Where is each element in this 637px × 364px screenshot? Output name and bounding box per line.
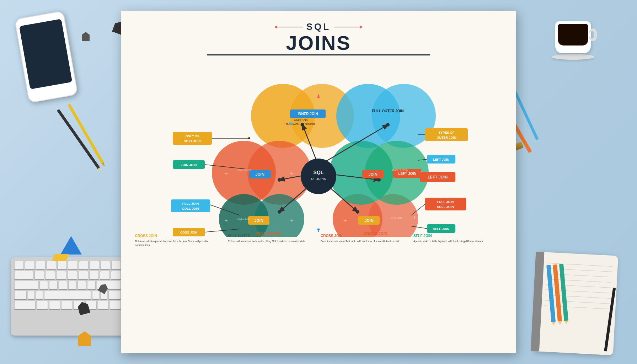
svg-text:COLL JOIN: COLL JOIN: [182, 207, 199, 210]
svg-text:+: +: [413, 214, 416, 220]
svg-point-24: [301, 159, 336, 194]
desk-surface: SQL JOINS: [0, 0, 637, 364]
svg-text:LEFT JOIN: LEFT JOIN: [433, 158, 449, 161]
svg-text:FULL JOIN: FULL JOIN: [182, 202, 199, 205]
bottom-col-1-desc: Returns cartesian product of rows from t…: [135, 240, 224, 247]
key: [45, 271, 55, 279]
svg-text:NUR JOIN: NUR JOIN: [391, 217, 402, 219]
svg-point-23: [356, 210, 359, 214]
svg-text:SOLL JOIN: SOLL JOIN: [437, 205, 454, 209]
cup-handle: [589, 28, 597, 41]
svg-text:OF JOINS: OF JOINS: [311, 177, 326, 181]
svg-text:FULL OUTER: FULL OUTER: [256, 231, 281, 236]
key: [92, 291, 99, 299]
key: [79, 261, 89, 269]
svg-text:SQL: SQL: [314, 170, 324, 175]
bottom-col-4-desc: A join in which a table is joined with i…: [413, 240, 502, 243]
svg-text:OUTER JOIN: OUTER JOIN: [437, 136, 456, 139]
svg-text:ONLY OF: ONLY OF: [185, 134, 199, 138]
key: [111, 271, 121, 279]
key: [87, 281, 96, 289]
joins-diagram: SQL OF JOINS INNER JOIN FULL OUTER JOIN …: [133, 63, 504, 237]
svg-text:FULL OUTER JOIN: FULL OUTER JOIN: [372, 109, 403, 113]
coffee-cup: [552, 21, 594, 64]
svg-text:RIGHT JOIN: RIGHT JOIN: [392, 168, 408, 172]
svg-text:CROSS JOIN: CROSS JOIN: [363, 231, 387, 236]
cup-body: [555, 21, 591, 53]
sql-joins-poster: SQL JOINS: [121, 11, 516, 353]
space-key: [44, 291, 91, 299]
key: [68, 261, 77, 269]
svg-text:LEFT JOiN: LEFT JOiN: [428, 175, 448, 179]
svg-text:+: +: [290, 170, 294, 177]
key: [111, 261, 121, 269]
svg-text:JOIN: JOIN: [364, 218, 374, 223]
svg-text:FULL JOIN: FULL JOIN: [437, 200, 454, 204]
key: [28, 291, 35, 299]
cup-saucer: [552, 54, 594, 60]
svg-point-21: [377, 178, 381, 182]
key: [78, 271, 88, 279]
key: [37, 301, 48, 309]
poster-title: SQL JOINS: [133, 21, 504, 55]
svg-text:COSS JOIN: COSS JOIN: [180, 231, 197, 234]
key: [90, 261, 99, 269]
key: [39, 281, 48, 289]
key: [36, 261, 46, 269]
pencil-dark: [57, 109, 102, 172]
key: [67, 271, 77, 279]
key: [59, 281, 67, 289]
key: [14, 271, 33, 279]
svg-text:LEFT JOIN: LEFT JOIN: [398, 172, 416, 176]
key: [57, 261, 67, 269]
small-binder-clip: [82, 32, 90, 41]
svg-text:+: +: [224, 218, 228, 224]
svg-marker-73: [317, 229, 320, 232]
key: [68, 281, 77, 289]
key: [77, 281, 86, 289]
key: [14, 281, 38, 289]
svg-point-7: [255, 194, 304, 237]
svg-text:+: +: [343, 218, 347, 224]
key: [110, 301, 121, 309]
decorative-3d-shape: [60, 236, 82, 257]
key: [49, 301, 60, 309]
key: [100, 261, 110, 269]
svg-text:+: +: [224, 170, 228, 177]
svg-point-22: [278, 210, 281, 214]
notebook-spiral: [531, 252, 545, 352]
key: [56, 271, 66, 279]
key: [98, 301, 109, 309]
svg-text:SELF JOIN: SELF JOIN: [433, 227, 450, 231]
pencil-yellow: [68, 104, 106, 167]
svg-point-19: [386, 123, 390, 127]
poster-sql-title: SQL: [306, 21, 331, 32]
phone-screen: [19, 19, 72, 89]
keyboard: [11, 257, 124, 336]
svg-text:INNER JOIN: INNER JOIN: [298, 112, 318, 116]
svg-text:JOIN: JOIN: [254, 218, 263, 223]
svg-text:JOIN JOIN: JOIN JOIN: [237, 168, 251, 172]
key: [14, 261, 24, 269]
svg-text:JOIN: JOIN: [368, 172, 378, 176]
bottom-col-2-desc: Returns all rows from both tables, filli…: [228, 240, 316, 243]
key: [34, 271, 44, 279]
key: [49, 281, 58, 289]
svg-point-44: [248, 137, 250, 139]
svg-text:JOIN JOIN: JOIN JOIN: [181, 163, 197, 167]
key: [47, 261, 56, 269]
svg-text:INNER JOIN: INNER JOIN: [294, 119, 308, 122]
svg-text:COLL JOIN: COLL JOIN: [237, 218, 250, 220]
bottom-col-3-desc: Combines each row of first table with ea…: [321, 240, 409, 243]
key: [14, 291, 27, 299]
key: [36, 291, 43, 299]
key: [61, 301, 72, 309]
svg-point-20: [278, 178, 281, 182]
key: [100, 271, 110, 279]
key: [14, 301, 36, 309]
key: [89, 271, 99, 279]
phone: [14, 11, 78, 103]
key: [25, 261, 34, 269]
yellow-base: [52, 254, 69, 261]
svg-text:SOFT JOIN: SOFT JOIN: [184, 139, 201, 143]
